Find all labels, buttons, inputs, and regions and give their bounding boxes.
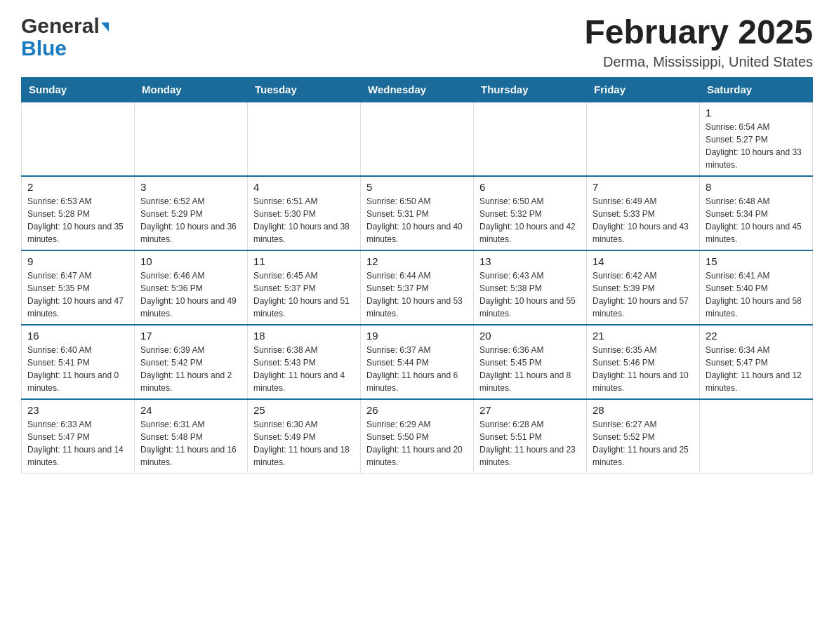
calendar-cell: 6Sunrise: 6:50 AM Sunset: 5:32 PM Daylig…	[474, 176, 587, 250]
calendar-cell: 19Sunrise: 6:37 AM Sunset: 5:44 PM Dayli…	[361, 325, 474, 399]
calendar-cell: 11Sunrise: 6:45 AM Sunset: 5:37 PM Dayli…	[248, 250, 361, 325]
day-info: Sunrise: 6:37 AM Sunset: 5:44 PM Dayligh…	[366, 344, 468, 394]
calendar-cell: 2Sunrise: 6:53 AM Sunset: 5:28 PM Daylig…	[22, 176, 135, 250]
day-info: Sunrise: 6:40 AM Sunset: 5:41 PM Dayligh…	[27, 344, 128, 394]
day-number: 21	[593, 330, 694, 342]
day-of-week-header: Tuesday	[248, 77, 361, 102]
day-info: Sunrise: 6:42 AM Sunset: 5:39 PM Dayligh…	[593, 269, 694, 320]
day-number: 6	[479, 181, 581, 193]
day-number: 4	[253, 181, 355, 193]
calendar-cell: 21Sunrise: 6:35 AM Sunset: 5:46 PM Dayli…	[587, 325, 700, 399]
calendar-cell: 20Sunrise: 6:36 AM Sunset: 5:45 PM Dayli…	[474, 325, 587, 399]
calendar-header-row: SundayMondayTuesdayWednesdayThursdayFrid…	[22, 77, 813, 102]
day-info: Sunrise: 6:30 AM Sunset: 5:49 PM Dayligh…	[253, 418, 355, 469]
calendar-cell: 13Sunrise: 6:43 AM Sunset: 5:38 PM Dayli…	[474, 250, 587, 325]
calendar-cell: 26Sunrise: 6:29 AM Sunset: 5:50 PM Dayli…	[361, 399, 474, 474]
day-info: Sunrise: 6:46 AM Sunset: 5:36 PM Dayligh…	[140, 269, 241, 320]
day-info: Sunrise: 6:51 AM Sunset: 5:30 PM Dayligh…	[253, 195, 355, 246]
calendar-cell: 25Sunrise: 6:30 AM Sunset: 5:49 PM Dayli…	[248, 399, 361, 474]
calendar-cell	[135, 102, 248, 176]
day-info: Sunrise: 6:44 AM Sunset: 5:37 PM Dayligh…	[366, 269, 468, 320]
logo-blue-text: Blue	[21, 36, 67, 60]
calendar-cell: 7Sunrise: 6:49 AM Sunset: 5:33 PM Daylig…	[587, 176, 700, 250]
calendar-week-row: 9Sunrise: 6:47 AM Sunset: 5:35 PM Daylig…	[22, 250, 813, 325]
day-number: 13	[479, 255, 581, 267]
day-of-week-header: Thursday	[474, 77, 587, 102]
calendar-cell	[22, 102, 135, 176]
day-number: 22	[706, 330, 807, 342]
calendar-week-row: 2Sunrise: 6:53 AM Sunset: 5:28 PM Daylig…	[22, 176, 813, 250]
day-of-week-header: Wednesday	[361, 77, 474, 102]
day-of-week-header: Sunday	[22, 77, 135, 102]
day-number: 15	[706, 255, 807, 267]
logo-general-text: General	[21, 14, 100, 38]
day-info: Sunrise: 6:27 AM Sunset: 5:52 PM Dayligh…	[593, 418, 694, 469]
calendar-cell: 17Sunrise: 6:39 AM Sunset: 5:42 PM Dayli…	[135, 325, 248, 399]
calendar-cell	[361, 102, 474, 176]
day-info: Sunrise: 6:34 AM Sunset: 5:47 PM Dayligh…	[706, 344, 807, 394]
calendar-cell: 24Sunrise: 6:31 AM Sunset: 5:48 PM Dayli…	[135, 399, 248, 474]
logo-triangle-icon	[101, 22, 109, 32]
day-number: 28	[593, 404, 694, 416]
day-number: 16	[27, 330, 128, 342]
day-info: Sunrise: 6:45 AM Sunset: 5:37 PM Dayligh…	[253, 269, 355, 320]
day-info: Sunrise: 6:38 AM Sunset: 5:43 PM Dayligh…	[253, 344, 355, 394]
day-info: Sunrise: 6:47 AM Sunset: 5:35 PM Dayligh…	[27, 269, 128, 320]
day-of-week-header: Monday	[135, 77, 248, 102]
calendar-cell: 8Sunrise: 6:48 AM Sunset: 5:34 PM Daylig…	[700, 176, 813, 250]
day-info: Sunrise: 6:36 AM Sunset: 5:45 PM Dayligh…	[479, 344, 581, 394]
calendar-cell: 10Sunrise: 6:46 AM Sunset: 5:36 PM Dayli…	[135, 250, 248, 325]
day-number: 3	[140, 181, 241, 193]
calendar-cell: 18Sunrise: 6:38 AM Sunset: 5:43 PM Dayli…	[248, 325, 361, 399]
calendar-cell: 9Sunrise: 6:47 AM Sunset: 5:35 PM Daylig…	[22, 250, 135, 325]
calendar-cell: 5Sunrise: 6:50 AM Sunset: 5:31 PM Daylig…	[361, 176, 474, 250]
day-number: 14	[593, 255, 694, 267]
location-label: Derma, Mississippi, United States	[584, 54, 813, 70]
day-info: Sunrise: 6:53 AM Sunset: 5:28 PM Dayligh…	[27, 195, 128, 246]
calendar-cell: 1Sunrise: 6:54 AM Sunset: 5:27 PM Daylig…	[700, 102, 813, 176]
day-number: 5	[366, 181, 468, 193]
day-info: Sunrise: 6:50 AM Sunset: 5:32 PM Dayligh…	[479, 195, 581, 246]
day-number: 27	[479, 404, 581, 416]
title-section: February 2025 Derma, Mississippi, United…	[584, 14, 813, 70]
day-info: Sunrise: 6:33 AM Sunset: 5:47 PM Dayligh…	[27, 418, 128, 469]
calendar-cell: 3Sunrise: 6:52 AM Sunset: 5:29 PM Daylig…	[135, 176, 248, 250]
day-info: Sunrise: 6:39 AM Sunset: 5:42 PM Dayligh…	[140, 344, 241, 394]
day-number: 10	[140, 255, 241, 267]
day-number: 2	[27, 181, 128, 193]
page-header: General Blue February 2025 Derma, Missis…	[21, 14, 813, 70]
day-number: 26	[366, 404, 468, 416]
day-info: Sunrise: 6:28 AM Sunset: 5:51 PM Dayligh…	[479, 418, 581, 469]
day-info: Sunrise: 6:50 AM Sunset: 5:31 PM Dayligh…	[366, 195, 468, 246]
day-number: 8	[706, 181, 807, 193]
day-number: 23	[27, 404, 128, 416]
day-info: Sunrise: 6:43 AM Sunset: 5:38 PM Dayligh…	[479, 269, 581, 320]
day-info: Sunrise: 6:31 AM Sunset: 5:48 PM Dayligh…	[140, 418, 241, 469]
calendar-week-row: 23Sunrise: 6:33 AM Sunset: 5:47 PM Dayli…	[22, 399, 813, 474]
day-number: 25	[253, 404, 355, 416]
calendar-cell: 27Sunrise: 6:28 AM Sunset: 5:51 PM Dayli…	[474, 399, 587, 474]
day-number: 1	[706, 107, 807, 119]
day-number: 9	[27, 255, 128, 267]
calendar-cell	[587, 102, 700, 176]
day-number: 19	[366, 330, 468, 342]
calendar-cell: 28Sunrise: 6:27 AM Sunset: 5:52 PM Dayli…	[587, 399, 700, 474]
logo: General Blue	[21, 14, 109, 59]
day-info: Sunrise: 6:48 AM Sunset: 5:34 PM Dayligh…	[706, 195, 807, 246]
month-title: February 2025	[584, 14, 813, 51]
day-info: Sunrise: 6:41 AM Sunset: 5:40 PM Dayligh…	[706, 269, 807, 320]
day-number: 20	[479, 330, 581, 342]
day-of-week-header: Friday	[587, 77, 700, 102]
day-number: 7	[593, 181, 694, 193]
calendar-cell: 12Sunrise: 6:44 AM Sunset: 5:37 PM Dayli…	[361, 250, 474, 325]
calendar-cell: 14Sunrise: 6:42 AM Sunset: 5:39 PM Dayli…	[587, 250, 700, 325]
calendar-cell: 4Sunrise: 6:51 AM Sunset: 5:30 PM Daylig…	[248, 176, 361, 250]
day-number: 17	[140, 330, 241, 342]
calendar-cell	[474, 102, 587, 176]
calendar-cell	[248, 102, 361, 176]
calendar-week-row: 16Sunrise: 6:40 AM Sunset: 5:41 PM Dayli…	[22, 325, 813, 399]
day-info: Sunrise: 6:35 AM Sunset: 5:46 PM Dayligh…	[593, 344, 694, 394]
calendar-table: SundayMondayTuesdayWednesdayThursdayFrid…	[21, 77, 813, 474]
calendar-cell: 15Sunrise: 6:41 AM Sunset: 5:40 PM Dayli…	[700, 250, 813, 325]
calendar-cell: 23Sunrise: 6:33 AM Sunset: 5:47 PM Dayli…	[22, 399, 135, 474]
